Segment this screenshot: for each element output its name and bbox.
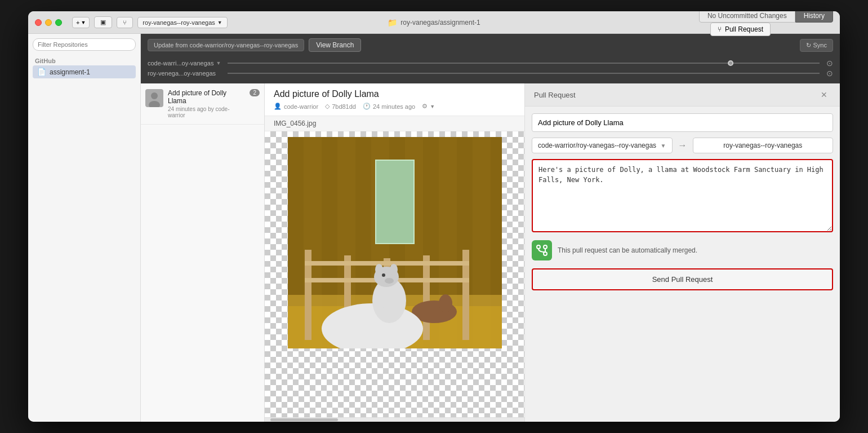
svg-point-1 xyxy=(728,61,733,65)
layout-icon: ▣ xyxy=(100,19,106,26)
traffic-lights xyxy=(35,19,62,26)
maximize-button[interactable] xyxy=(55,19,62,26)
pr-merge-icon xyxy=(532,240,552,260)
svg-rect-21 xyxy=(376,161,413,243)
target-branch-name[interactable]: roy-venega...oy-vanegas xyxy=(148,70,221,77)
send-pull-request-label: Send Pull Request xyxy=(652,275,713,284)
diff-time: 🕐 24 minutes ago xyxy=(363,103,415,110)
pr-source-branch-label: code-warrior/roy-vanegas--roy-vanegas xyxy=(538,142,656,149)
repo-toolbar: Update from code-warrior/roy-vanegas--ro… xyxy=(141,34,840,56)
sidebar: GitHub 📄 assignment-1 xyxy=(28,34,141,422)
llama-image xyxy=(288,137,502,348)
folder-icon: 📁 xyxy=(388,18,397,27)
pr-panel-title: Pull Request xyxy=(534,91,576,99)
branch-row-source: code-warri...oy-vanegas ▼ ⊙ xyxy=(148,59,833,68)
title-bar-right: No Uncommitted Changes History ⑂ Pull Re… xyxy=(699,11,833,36)
tab-history[interactable]: History xyxy=(795,11,833,23)
sync-button[interactable]: ↻ Sync xyxy=(800,39,833,52)
minimize-button[interactable] xyxy=(45,19,52,26)
pr-merge-row: This pull request can be automatically m… xyxy=(532,238,833,263)
target-timeline-line xyxy=(228,73,820,74)
image-preview xyxy=(265,131,524,417)
chevron-icon: ▼ xyxy=(216,60,221,66)
pr-target-branch: roy-vanegas--roy-vanegas xyxy=(693,138,834,153)
diff-header: Add picture of Dolly Llama 👤 code-warrio… xyxy=(265,83,524,116)
update-button[interactable]: Update from code-warrior/roy-vanegas--ro… xyxy=(148,39,304,51)
source-timeline-line xyxy=(228,63,820,64)
svg-point-38 xyxy=(390,264,398,275)
diff-hash: ◇ 7bd81dd xyxy=(325,103,356,110)
pr-arrow: → xyxy=(676,140,689,151)
split-view: Add picture of Dolly Llama 24 minutes ag… xyxy=(141,83,840,422)
pr-close-button[interactable]: ✕ xyxy=(817,89,831,100)
svg-point-40 xyxy=(385,278,394,284)
commit-avatar xyxy=(145,89,163,107)
filter-repositories-input[interactable] xyxy=(33,38,136,51)
file-diff-area: Add picture of Dolly Llama 👤 code-warrio… xyxy=(265,83,524,422)
author-icon: 👤 xyxy=(274,103,282,110)
title-bar-center: 📁 roy-vanegas/assignment-1 xyxy=(388,18,480,27)
sync-icon: ↻ xyxy=(806,42,811,49)
title-bar-left: + ▼ ▣ ⑂ roy-vanegas--roy-vanegas ▼ xyxy=(35,16,228,28)
pr-branch-row: code-warrior/roy-vanegas--roy-vanegas ▼ … xyxy=(532,138,833,153)
window-title: roy-vanegas/assignment-1 xyxy=(400,19,480,26)
file-name-bar: IMG_0456.jpg xyxy=(265,116,524,131)
view-branch-label: View Branch xyxy=(316,41,354,49)
diff-settings[interactable]: ⚙ ▼ xyxy=(422,103,435,110)
svg-point-37 xyxy=(375,264,383,275)
sidebar-item-assignment-1[interactable]: 📄 assignment-1 xyxy=(33,65,136,78)
sidebar-section-github: GitHub xyxy=(33,55,136,65)
pull-request-icon: ⑂ xyxy=(718,25,722,33)
branch-timeline: code-warri...oy-vanegas ▼ ⊙ roy-venega..… xyxy=(141,56,840,83)
branch-selector[interactable]: roy-vanegas--roy-vanegas ▼ xyxy=(137,17,227,28)
branch-icon-button[interactable]: ⑂ xyxy=(117,17,133,28)
timeline-end-icon: ⊙ xyxy=(826,59,833,68)
commit-meta: 24 minutes ago by code-warrior xyxy=(168,106,245,118)
chevron-down-icon: ▼ xyxy=(81,20,86,25)
chevron-down-icon: ▼ xyxy=(217,20,222,25)
tab-no-uncommitted[interactable]: No Uncommitted Changes xyxy=(699,11,795,23)
commit-details: Add picture of Dolly Llama 24 minutes ag… xyxy=(168,89,245,118)
filename: IMG_0456.jpg xyxy=(274,120,316,127)
pr-description-textarea[interactable]: Here's a picture of Dolly, a llama at Wo… xyxy=(532,159,833,232)
clock-icon: 🕐 xyxy=(363,103,371,110)
add-button[interactable]: + ▼ xyxy=(72,17,90,28)
branch-row-target: roy-venega...oy-vanegas ⊙ xyxy=(148,69,833,78)
commits-panel: Add picture of Dolly Llama 24 minutes ag… xyxy=(141,83,265,422)
branch-icon: ⑂ xyxy=(123,19,127,26)
chevron-down-icon: ▼ xyxy=(661,143,666,149)
content-area: Update from code-warrior/roy-vanegas--ro… xyxy=(141,34,840,422)
view-branch-button[interactable]: View Branch xyxy=(309,38,361,52)
sync-label: Sync xyxy=(813,42,827,48)
pr-merge-message: This pull request can be automatically m… xyxy=(558,246,697,254)
hash-icon: ◇ xyxy=(325,103,330,110)
update-button-label: Update from code-warrior/roy-vanegas--ro… xyxy=(154,42,298,48)
title-bar: + ▼ ▣ ⑂ roy-vanegas--roy-vanegas ▼ 📁 roy… xyxy=(28,11,840,34)
repo-icon: 📄 xyxy=(37,68,46,76)
sidebar-item-label: assignment-1 xyxy=(50,68,90,76)
chevron-down-icon: ▼ xyxy=(430,104,435,109)
pull-request-button[interactable]: ⑂ Pull Request xyxy=(710,23,771,36)
pr-panel-header: Pull Request ✕ xyxy=(525,83,840,107)
commit-item[interactable]: Add picture of Dolly Llama 24 minutes ag… xyxy=(141,83,264,125)
pr-body: code-warrior/roy-vanegas--roy-vanegas ▼ … xyxy=(525,107,840,297)
send-pull-request-button[interactable]: Send Pull Request xyxy=(532,268,833,290)
svg-point-43 xyxy=(544,245,547,249)
pull-request-panel: Pull Request ✕ code-warrior/roy-vanegas-… xyxy=(524,83,840,422)
commit-badge: 2 xyxy=(250,89,260,96)
diff-commit-title: Add picture of Dolly Llama xyxy=(274,89,515,99)
arrow-right-icon: → xyxy=(678,140,687,151)
horizontal-scrollbar[interactable] xyxy=(265,417,524,422)
plus-icon: + xyxy=(76,19,79,26)
pr-source-branch-select[interactable]: code-warrior/roy-vanegas--roy-vanegas ▼ xyxy=(532,138,673,153)
layout-button[interactable]: ▣ xyxy=(94,16,112,28)
pr-title-input[interactable] xyxy=(532,113,833,132)
svg-point-41 xyxy=(537,245,540,249)
diff-author: 👤 code-warrior xyxy=(274,103,318,110)
close-button[interactable] xyxy=(35,19,42,26)
svg-point-32 xyxy=(439,294,452,312)
source-branch-name[interactable]: code-warri...oy-vanegas ▼ xyxy=(148,60,221,67)
svg-rect-27 xyxy=(423,255,430,340)
tab-group: No Uncommitted Changes History xyxy=(699,11,833,23)
timeline-target-end: ⊙ xyxy=(826,69,833,78)
